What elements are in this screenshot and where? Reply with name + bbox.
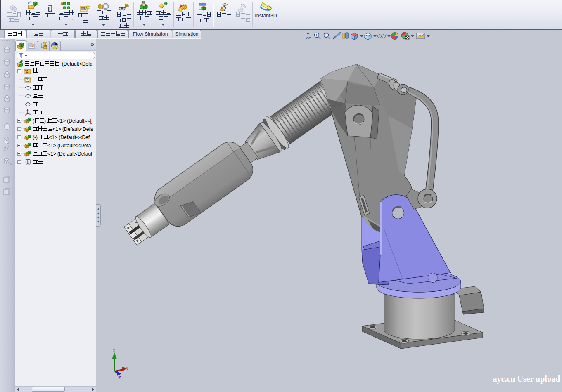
svg-text:A: A bbox=[26, 70, 29, 74]
svg-text:Z: Z bbox=[118, 375, 121, 380]
svg-text:X: X bbox=[125, 366, 128, 371]
svg-text:Y: Y bbox=[112, 347, 116, 352]
